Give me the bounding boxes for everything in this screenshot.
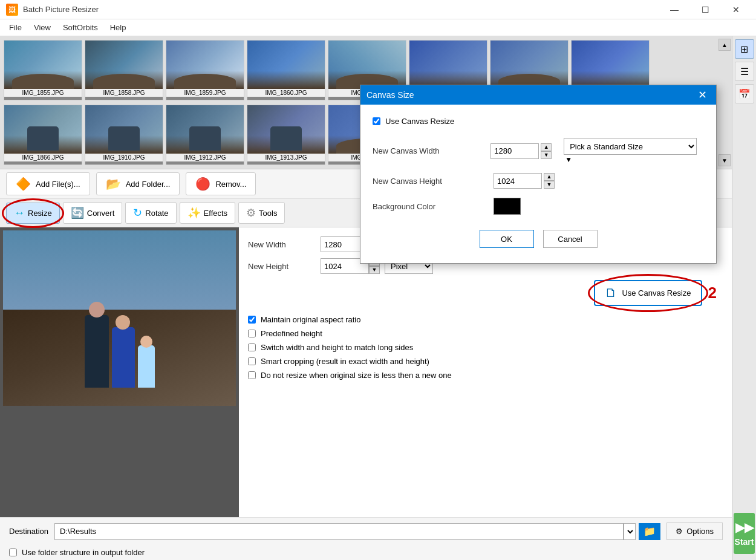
dialog-ok-button[interactable]: OK [480, 230, 534, 248]
annotation-number-2: 2 [708, 284, 717, 302]
dialog-height-spin-up[interactable]: ▲ [544, 173, 555, 181]
canvas-resize-row: 🗋 Use Canvas Resize 2 [248, 280, 723, 306]
tab-rotate[interactable]: ↻ Rotate [125, 202, 176, 224]
destination-input[interactable] [54, 523, 624, 540]
tab-convert[interactable]: 🔄 Convert [63, 202, 123, 224]
menu-bar: File View SoftOrbits Help [0, 19, 756, 36]
tools-icon: ⚙ [246, 206, 256, 220]
add-files-icon: 🔶 [16, 177, 31, 191]
dialog-content: Use Canvas Resize New Canvas Width ▲ ▼ P… [360, 105, 716, 263]
switch-wh-checkbox[interactable] [248, 343, 256, 351]
maintain-ratio-label: Maintain original aspect ratio [261, 315, 360, 324]
dialog-close-button[interactable]: ✕ [695, 88, 710, 102]
dialog-bg-color-label: Background Color [373, 202, 494, 211]
tab-effects[interactable]: ✨ Effects [180, 202, 236, 224]
dialog-width-spin-up[interactable]: ▲ [541, 143, 552, 151]
close-button[interactable]: ✕ [722, 0, 750, 19]
scroll-up-button[interactable]: ▲ [719, 39, 731, 51]
thumbnail-img1855[interactable]: IMG_1855.JPG [4, 40, 82, 100]
right-sidebar: ⊞ ☰ 📅 ▶▶ Start [732, 36, 756, 560]
window-controls: — ☐ ✕ [660, 0, 750, 19]
add-folder-button[interactable]: 📂 Add Folder... [96, 172, 180, 195]
menu-help[interactable]: Help [104, 21, 132, 34]
start-button[interactable]: ▶▶ Start [734, 513, 755, 554]
dialog-width-input[interactable] [490, 143, 539, 159]
thumbnail-img1860[interactable]: IMG_1860.JPG [247, 40, 325, 100]
switch-wh-label: Switch width and height to match long si… [261, 343, 413, 352]
predefined-height-checkbox[interactable] [248, 330, 256, 337]
destination-dropdown[interactable] [624, 523, 636, 540]
remove-icon: 🔴 [195, 177, 210, 191]
sidebar-icon-calendar[interactable]: 📅 [735, 84, 754, 103]
folder-icon: 📂 [106, 177, 121, 191]
settings-panel: New Width ▲ ▼ Pixel Percent Inches [239, 227, 732, 517]
tab-resize[interactable]: ↔ Resize [6, 203, 60, 224]
dialog-width-spin-down[interactable]: ▼ [541, 151, 552, 159]
dialog-height-row: New Canvas Height ▲ ▼ [373, 173, 704, 189]
thumbnail-img1912[interactable]: IMG_1912.JPG [166, 105, 244, 165]
app-title: Batch Picture Resizer [23, 5, 660, 14]
use-folder-checkbox[interactable] [9, 549, 17, 556]
effects-icon: ✨ [187, 206, 201, 220]
destination-label: Destination [9, 527, 48, 536]
dialog-height-label: New Canvas Height [373, 177, 494, 186]
canvas-icon: 🗋 [605, 286, 617, 300]
menu-view[interactable]: View [28, 21, 57, 34]
sidebar-icon-list[interactable]: ☰ [735, 62, 754, 81]
preview-image [3, 230, 236, 406]
sidebar-icon-grid[interactable]: ⊞ [735, 39, 754, 59]
dialog-cancel-button[interactable]: Cancel [543, 230, 598, 248]
dialog-title-bar: Canvas Size ✕ [360, 85, 716, 105]
scroll-down-button[interactable]: ▼ [719, 154, 731, 166]
thumbnail-img1859[interactable]: IMG_1859.JPG [166, 40, 244, 100]
height-spin-down[interactable]: ▼ [369, 266, 380, 274]
thumbnail-img1913[interactable]: IMG_1913.JPG [247, 105, 325, 165]
dialog-height-spin-down[interactable]: ▼ [544, 181, 555, 189]
gear-icon: ⚙ [676, 527, 683, 536]
tab-tools[interactable]: ⚙ Tools [238, 202, 285, 224]
no-resize-checkbox[interactable] [248, 371, 256, 379]
smart-crop-checkbox[interactable] [248, 357, 256, 365]
dialog-height-input[interactable] [494, 173, 542, 189]
start-arrow-icon: ▶▶ [735, 520, 754, 535]
dialog-use-canvas-label: Use Canvas Resize [385, 117, 454, 126]
new-width-label: New Width [248, 240, 321, 249]
new-height-label: New Height [248, 262, 321, 271]
menu-softorbits[interactable]: SoftOrbits [57, 21, 104, 34]
remove-button[interactable]: 🔴 Remov... [186, 172, 256, 195]
maximize-button[interactable]: ☐ [691, 0, 719, 19]
add-files-button[interactable]: 🔶 Add File(s)... [6, 172, 90, 195]
resize-icon: ↔ [14, 207, 25, 220]
dialog-title: Canvas Size [367, 90, 695, 100]
use-folder-label: Use folder structure in output folder [22, 548, 145, 557]
dialog-standard-size-select[interactable]: Pick a Standard Size [564, 138, 697, 155]
minimize-button[interactable]: — [660, 0, 688, 19]
predefined-height-label: Predefined height [261, 329, 322, 338]
thumbnail-img1866[interactable]: IMG_1866.JPG [4, 105, 82, 165]
no-resize-label: Do not resize when original size is less… [261, 371, 452, 380]
canvas-size-dialog: Canvas Size ✕ Use Canvas Resize New Canv… [360, 85, 717, 264]
dialog-bg-color-row: Background Color [373, 198, 704, 215]
dialog-width-label: New Canvas Width [373, 146, 490, 155]
no-resize-row: Do not resize when original size is less… [248, 371, 723, 380]
dialog-use-canvas-checkbox[interactable] [373, 117, 380, 125]
background-color-swatch[interactable] [494, 198, 521, 215]
predefined-height-row: Predefined height [248, 329, 723, 338]
thumbnail-img1858[interactable]: IMG_1858.JPG [85, 40, 163, 100]
smart-crop-row: Smart cropping (result in exact width an… [248, 357, 723, 366]
dialog-dropdown-icon: ▼ [565, 155, 572, 164]
dialog-buttons: OK Cancel [373, 224, 704, 251]
dialog-use-canvas-row: Use Canvas Resize [373, 117, 704, 126]
options-button[interactable]: ⚙ Options [666, 523, 723, 540]
smart-crop-label: Smart cropping (result in exact width an… [261, 357, 429, 366]
thumbnail-img1910[interactable]: IMG_1910.JPG [85, 105, 163, 165]
rotate-icon: ↻ [133, 206, 142, 220]
maintain-ratio-checkbox[interactable] [248, 316, 256, 324]
switch-wh-row: Switch width and height to match long si… [248, 343, 723, 352]
use-canvas-resize-button[interactable]: 🗋 Use Canvas Resize [594, 280, 702, 306]
app-icon: 🖼 [6, 4, 18, 16]
menu-file[interactable]: File [3, 21, 28, 34]
maintain-ratio-row: Maintain original aspect ratio [248, 315, 723, 324]
destination-browse-button[interactable]: 📁 [639, 523, 660, 540]
convert-icon: 🔄 [71, 206, 84, 220]
